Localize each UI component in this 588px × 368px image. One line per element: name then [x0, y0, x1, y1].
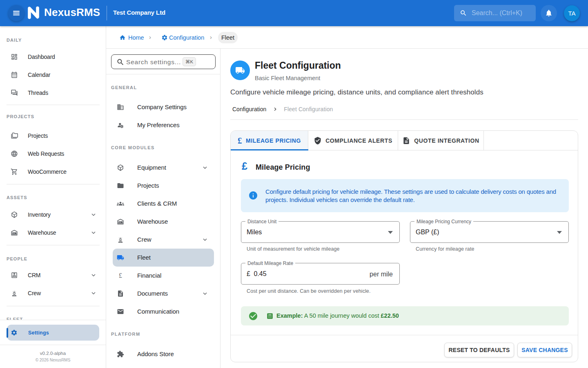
svg-text:£: £ [119, 272, 122, 279]
